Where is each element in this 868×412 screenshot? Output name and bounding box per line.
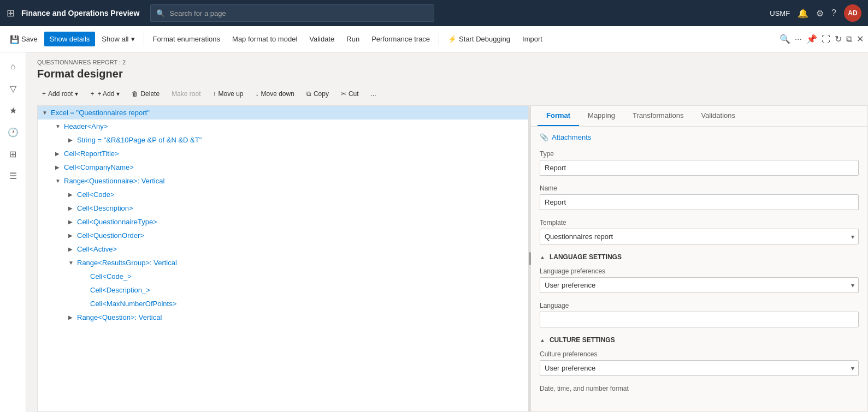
expand-icon: ▶ <box>68 192 77 198</box>
tree-item-label: Cell<QuestionOrder> <box>77 231 144 240</box>
tab-transformations[interactable]: Transformations <box>624 106 692 126</box>
tree-item[interactable]: ▶Cell<Active> <box>38 242 528 256</box>
template-select[interactable]: Questionnaires report <box>540 229 859 244</box>
tree-item[interactable]: ▶Cell<QuestionnaireType> <box>38 215 528 229</box>
language-input[interactable] <box>540 312 859 327</box>
culture-settings-header[interactable]: ▲ CULTURE SETTINGS <box>540 336 859 344</box>
main-area: QUESTIONNAIRES REPORT : 2 Format designe… <box>26 52 868 412</box>
notification-icon[interactable]: 🔔 <box>798 8 808 19</box>
template-label: Template <box>540 219 859 226</box>
tree-item[interactable]: ▼Excel = "Questionnaires report" <box>38 106 528 120</box>
separator-1 <box>144 33 144 46</box>
add-root-button[interactable]: + Add root ▾ <box>37 87 83 101</box>
help-icon[interactable]: ? <box>831 8 836 18</box>
save-button[interactable]: 💾 Save <box>4 32 43 47</box>
top-bar: ⊞ Finance and Operations Preview 🔍 Searc… <box>0 0 868 26</box>
tab-mapping[interactable]: Mapping <box>579 106 624 126</box>
tree-item[interactable]: ▶Cell<Description> <box>38 201 528 215</box>
expand-icon: ▶ <box>68 205 77 211</box>
language-collapse-icon: ▲ <box>540 254 545 260</box>
tree-item-label: Cell<CompanyName> <box>64 163 134 171</box>
expand-icon: ▶ <box>68 246 77 252</box>
tree-item[interactable]: ▶Cell<CompanyName> <box>38 160 528 174</box>
tree-item[interactable]: Cell<Description_> <box>38 283 528 297</box>
detach-icon[interactable]: ⧉ <box>846 34 852 44</box>
expand-icon: ▶ <box>68 219 77 225</box>
expand-icon: ▶ <box>68 137 77 143</box>
move-up-button[interactable]: ↑ Move up <box>208 87 248 101</box>
validate-button[interactable]: Validate <box>304 32 340 46</box>
tree-item[interactable]: ▶Cell<QuestionOrder> <box>38 229 528 242</box>
culture-prefs-label: Culture preferences <box>540 350 859 358</box>
name-input[interactable] <box>540 194 859 210</box>
pin-icon[interactable]: 📌 <box>806 34 817 44</box>
import-button[interactable]: Import <box>517 32 548 46</box>
attachments-link[interactable]: 📎 Attachments <box>540 133 859 141</box>
tree-item[interactable]: ▼Range<Questionnaire>: Vertical <box>38 174 528 188</box>
tree-item-label: Header<Any> <box>64 122 108 130</box>
refresh-icon[interactable]: ↻ <box>835 34 842 44</box>
language-prefs-field: Language preferences User preference Eng… <box>540 267 859 293</box>
template-select-wrap: Questionnaires report ▾ <box>540 229 859 244</box>
sidebar-icon-list[interactable]: ☰ <box>3 166 23 186</box>
language-prefs-select[interactable]: User preference English French German <box>540 277 859 293</box>
date-time-field: Date, time, and number format <box>540 385 859 392</box>
sidebar-icon-favorites[interactable]: ★ <box>3 100 23 120</box>
show-details-button[interactable]: Show details <box>44 32 96 46</box>
tree-item[interactable]: ▶Range<Question>: Vertical <box>38 311 528 324</box>
resize-dot <box>529 252 531 265</box>
sidebar-icon-recent[interactable]: 🕐 <box>3 122 23 142</box>
delete-button[interactable]: 🗑 Delete <box>127 87 164 101</box>
copy-button[interactable]: ⧉ Copy <box>302 87 334 101</box>
template-field: Template Questionnaires report ▾ <box>540 219 859 244</box>
expand-icon[interactable]: ⛶ <box>822 34 830 44</box>
right-icons: USMF 🔔 ⚙ ? AD <box>770 4 861 22</box>
tree-item[interactable]: ▼Range<ResultsGroup>: Vertical <box>38 256 528 270</box>
settings-icon[interactable]: ⚙ <box>816 8 824 19</box>
language-settings-header[interactable]: ▲ LANGUAGE SETTINGS <box>540 253 859 261</box>
tab-format[interactable]: Format <box>538 106 579 126</box>
sidebar-icon-filter[interactable]: ▽ <box>3 79 23 98</box>
cut-button[interactable]: ✂ Cut <box>336 87 364 101</box>
sidebar-icon-home[interactable]: ⌂ <box>3 57 23 76</box>
tab-validations[interactable]: Validations <box>692 106 744 126</box>
tree-item[interactable]: ▼Header<Any> <box>38 120 528 133</box>
add-chevron-icon: ▾ <box>116 90 120 98</box>
tree-item[interactable]: ▶Cell<ReportTitle> <box>38 147 528 160</box>
run-button[interactable]: Run <box>341 32 365 46</box>
tree-item[interactable]: Cell<Code_> <box>38 270 528 283</box>
tree-item[interactable]: ▶String = "&R&10Page &P of &N &D &T" <box>38 133 528 147</box>
show-all-button[interactable]: Show all ▾ <box>96 32 140 46</box>
type-field: Type <box>540 150 859 176</box>
format-enumerations-button[interactable]: Format enumerations <box>147 32 226 46</box>
content-split: ▼Excel = "Questionnaires report"▼Header<… <box>26 105 868 412</box>
start-debugging-button[interactable]: ⚡ Start Debugging <box>442 32 516 46</box>
more-options-icon[interactable]: ··· <box>795 34 802 44</box>
add-icon: + <box>90 90 94 98</box>
tree-item[interactable]: Cell<MaxNumberOfPoints> <box>38 297 528 311</box>
search-box[interactable]: 🔍 Search for a page <box>150 4 434 22</box>
close-icon[interactable]: ✕ <box>857 34 864 44</box>
move-up-icon: ↑ <box>212 90 216 98</box>
make-root-button[interactable]: Make root <box>167 87 205 101</box>
props-panel: Format Mapping Transformations Validatio… <box>531 105 868 412</box>
type-input[interactable] <box>540 160 859 176</box>
culture-prefs-select[interactable]: User preference en-US fr-FR <box>540 360 859 376</box>
avatar[interactable]: AD <box>844 4 861 22</box>
search-cmd-icon[interactable]: 🔍 <box>780 34 790 44</box>
move-down-button[interactable]: ↓ Move down <box>251 87 299 101</box>
app-grid-icon[interactable]: ⊞ <box>7 7 15 19</box>
language-label: Language <box>540 302 859 309</box>
more-toolbar-button[interactable]: ... <box>366 87 381 101</box>
performance-trace-button[interactable]: Performance trace <box>366 32 435 46</box>
sidebar-icon-workspaces[interactable]: ⊞ <box>3 144 23 164</box>
tree-item[interactable]: ▶Cell<Code> <box>38 188 528 201</box>
tree-item-label: Range<Question>: Vertical <box>77 313 162 321</box>
tree-item-label: Cell<MaxNumberOfPoints> <box>90 300 176 308</box>
username-label: USMF <box>770 9 790 17</box>
cut-icon: ✂ <box>341 90 346 98</box>
resize-handle[interactable] <box>529 105 531 412</box>
toolbar: + Add root ▾ + + Add ▾ 🗑 Delete Make roo… <box>26 87 868 105</box>
map-format-button[interactable]: Map format to model <box>227 32 303 46</box>
add-button[interactable]: + + Add ▾ <box>85 87 125 101</box>
